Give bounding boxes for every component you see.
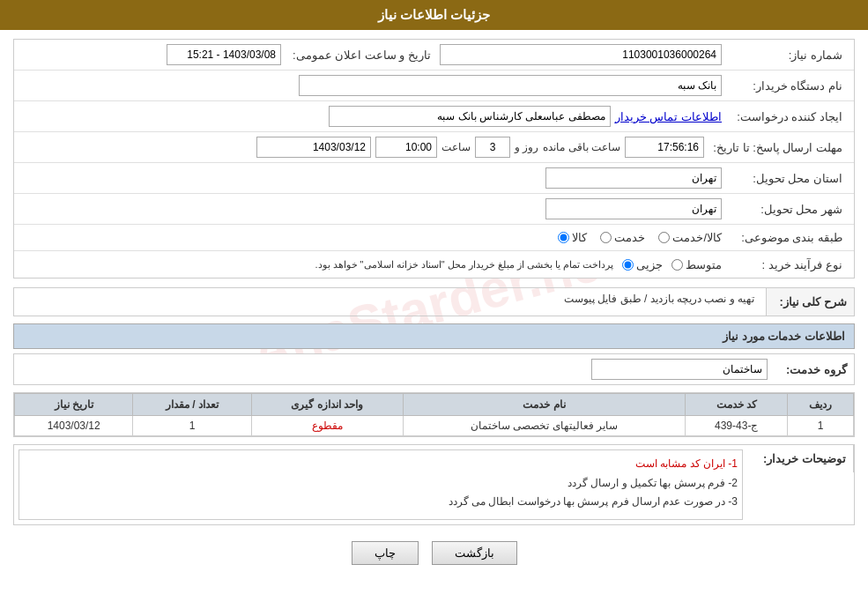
cell-name: سایر فعالیتهای تخصصی ساختمان: [403, 416, 686, 436]
requester-row: ایجاد کننده درخواست: اطلاعات تماس خریدار: [14, 101, 854, 132]
deadline-label: مهلت ارسال پاسخ: تا تاریخ:: [708, 141, 849, 154]
province-input[interactable]: [545, 167, 722, 189]
buyer-org-input[interactable]: [299, 75, 722, 96]
category-row: طبقه بندی موضوعی: کالا/خدمت خدمت کالا: [14, 225, 854, 251]
purchase-jozi[interactable]: جزیی: [622, 258, 663, 271]
category-khedmat[interactable]: خدمت: [600, 231, 645, 244]
main-info-section: شماره نیاز: تاریخ و ساعت اعلان عمومی: نا…: [13, 39, 855, 279]
purchase-motavaset[interactable]: متوسط: [671, 258, 722, 271]
buyer-org-row: نام دستگاه خریدار:: [14, 71, 854, 101]
needs-description-value: تهیه و نصب دریچه بازدید / طبق فایل پیوست: [14, 288, 759, 309]
buyer-desc-content: 1- ایران کد مشابه است 2- فرم پرسش بها تک…: [14, 445, 747, 524]
buyer-desc-line-1: 1- ایران کد مشابه است: [24, 455, 738, 474]
page-title: جزئیات اطلاعات نیاز: [378, 7, 490, 22]
service-group-row: گروه خدمت:: [13, 353, 855, 385]
city-row: شهر محل تحویل:: [14, 194, 854, 225]
announce-date-label: تاریخ و ساعت اعلان عمومی:: [286, 48, 435, 62]
deadline-row: مهلت ارسال پاسخ: تا تاریخ: ساعت باقی مان…: [14, 132, 854, 163]
page-header: جزئیات اطلاعات نیاز: [0, 0, 868, 30]
footer-buttons: بازگشت چاپ: [13, 532, 855, 574]
buyer-desc-line-2: 2- فرم پرسش بها تکمیل و ارسال گردد: [24, 474, 738, 494]
category-kala-khedmat[interactable]: کالا/خدمت: [658, 231, 722, 244]
province-row: استان محل تحویل:: [14, 163, 854, 194]
requester-label: ایجاد کننده درخواست:: [726, 110, 849, 123]
needs-description-section: شرح کلی نیاز: تهیه و نصب دریچه بازدید / …: [13, 287, 855, 316]
buyer-org-label: نام دستگاه خریدار:: [726, 79, 849, 93]
category-kala[interactable]: کالا: [558, 231, 587, 244]
deadline-day-label: روز و: [515, 141, 538, 153]
purchase-type-label: نوع فرآیند خرید :: [726, 258, 849, 271]
cell-count: 1: [133, 416, 251, 436]
province-label: استان محل تحویل:: [726, 172, 849, 185]
col-unit: واحد اندازه گیری: [251, 394, 403, 416]
services-table: ردیف کد خدمت نام خدمت واحد اندازه گیری ت…: [14, 393, 854, 436]
back-button[interactable]: بازگشت: [432, 541, 517, 565]
buyer-desc-line-3: 3- در صورت عدم ارسال فرم پرسش بها درخواس…: [24, 493, 738, 512]
deadline-date-input[interactable]: [256, 137, 371, 158]
col-code: کد خدمت: [686, 394, 788, 416]
purchase-type-note: پرداخت تمام یا بخشی از مبلغ خریدار محل "…: [315, 259, 613, 271]
cell-row: 1: [788, 416, 854, 436]
col-count: تعداد / مقدار: [133, 394, 251, 416]
deadline-time-label: ساعت: [441, 141, 471, 153]
city-input[interactable]: [545, 198, 722, 219]
deadline-clock-input[interactable]: [625, 137, 704, 158]
service-group-label: گروه خدمت:: [776, 363, 847, 376]
requester-contact-link[interactable]: اطلاعات تماس خریدار: [615, 110, 722, 123]
need-number-label: شماره نیاز:: [726, 48, 849, 62]
city-label: شهر محل تحویل:: [726, 203, 849, 216]
service-group-input[interactable]: [591, 359, 768, 380]
category-label: طبقه بندی موضوعی:: [726, 231, 849, 244]
col-date: تاریخ نیاز: [15, 394, 133, 416]
buyer-desc-section: توضیحات خریدار: 1- ایران کد مشابه است 2-…: [13, 444, 855, 525]
need-number-input[interactable]: [440, 44, 722, 65]
requester-input[interactable]: [329, 106, 611, 127]
cell-unit: مقطوع: [251, 416, 403, 436]
deadline-remaining-label: ساعت باقی مانده: [543, 141, 620, 153]
deadline-days-input[interactable]: [475, 137, 510, 158]
table-row: 1 ج-43-439 سایر فعالیتهای تخصصی ساختمان …: [15, 416, 854, 436]
services-table-container: ردیف کد خدمت نام خدمت واحد اندازه گیری ت…: [13, 392, 855, 437]
print-button[interactable]: چاپ: [352, 541, 419, 565]
buyer-desc-label: توضیحات خریدار:: [756, 445, 854, 472]
needs-description-label: شرح کلی نیاز:: [766, 288, 854, 316]
col-row: ردیف: [788, 394, 854, 416]
cell-date: 1403/03/12: [15, 416, 133, 436]
services-section-title: اطلاعات خدمات مورد نیاز: [13, 323, 855, 349]
cell-code: ج-43-439: [686, 416, 788, 436]
col-name: نام خدمت: [403, 394, 686, 416]
need-number-row: شماره نیاز: تاریخ و ساعت اعلان عمومی:: [14, 40, 854, 71]
announce-date-input[interactable]: [167, 44, 281, 65]
deadline-time-input[interactable]: [375, 137, 437, 158]
purchase-type-row: نوع فرآیند خرید : متوسط جزیی: [14, 251, 854, 278]
